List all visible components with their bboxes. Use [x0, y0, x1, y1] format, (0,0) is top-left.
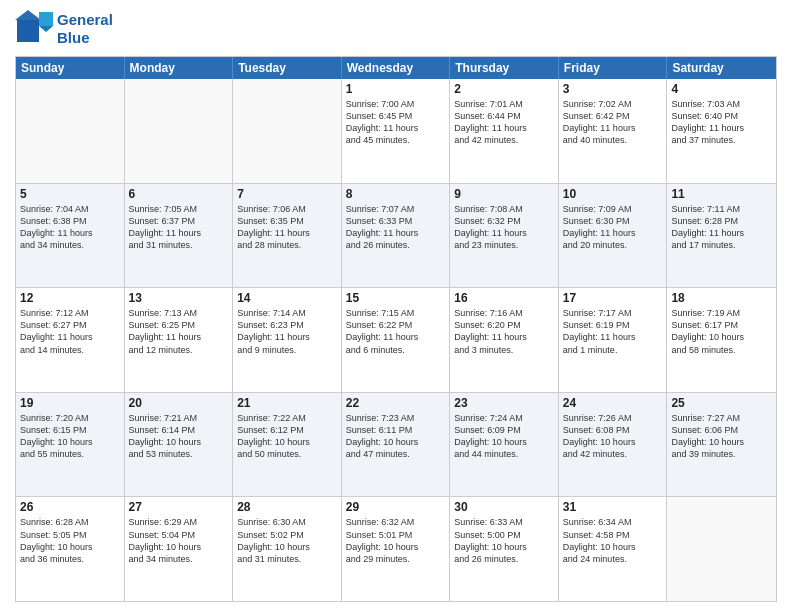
cell-day-number: 19	[20, 396, 120, 410]
cell-info: Sunrise: 7:03 AM Sunset: 6:40 PM Dayligh…	[671, 98, 772, 147]
calendar-cell: 20Sunrise: 7:21 AM Sunset: 6:14 PM Dayli…	[125, 393, 234, 497]
cell-day-number: 23	[454, 396, 554, 410]
calendar-cell: 7Sunrise: 7:06 AM Sunset: 6:35 PM Daylig…	[233, 184, 342, 288]
calendar-cell: 10Sunrise: 7:09 AM Sunset: 6:30 PM Dayli…	[559, 184, 668, 288]
cell-info: Sunrise: 7:05 AM Sunset: 6:37 PM Dayligh…	[129, 203, 229, 252]
calendar-cell: 8Sunrise: 7:07 AM Sunset: 6:33 PM Daylig…	[342, 184, 451, 288]
cell-info: Sunrise: 7:09 AM Sunset: 6:30 PM Dayligh…	[563, 203, 663, 252]
weeks: 1Sunrise: 7:00 AM Sunset: 6:45 PM Daylig…	[16, 79, 776, 601]
calendar-cell: 1Sunrise: 7:00 AM Sunset: 6:45 PM Daylig…	[342, 79, 451, 183]
cell-info: Sunrise: 7:21 AM Sunset: 6:14 PM Dayligh…	[129, 412, 229, 461]
cell-day-number: 20	[129, 396, 229, 410]
cell-day-number: 3	[563, 82, 663, 96]
cell-day-number: 28	[237, 500, 337, 514]
calendar-cell: 19Sunrise: 7:20 AM Sunset: 6:15 PM Dayli…	[16, 393, 125, 497]
cell-info: Sunrise: 7:16 AM Sunset: 6:20 PM Dayligh…	[454, 307, 554, 356]
calendar-cell: 29Sunrise: 6:32 AM Sunset: 5:01 PM Dayli…	[342, 497, 451, 601]
cell-info: Sunrise: 7:23 AM Sunset: 6:11 PM Dayligh…	[346, 412, 446, 461]
cell-day-number: 30	[454, 500, 554, 514]
day-header: Wednesday	[342, 57, 451, 79]
cell-day-number: 25	[671, 396, 772, 410]
day-header: Monday	[125, 57, 234, 79]
cell-day-number: 31	[563, 500, 663, 514]
cell-info: Sunrise: 7:22 AM Sunset: 6:12 PM Dayligh…	[237, 412, 337, 461]
cell-day-number: 9	[454, 187, 554, 201]
cell-info: Sunrise: 7:12 AM Sunset: 6:27 PM Dayligh…	[20, 307, 120, 356]
calendar-cell: 30Sunrise: 6:33 AM Sunset: 5:00 PM Dayli…	[450, 497, 559, 601]
cell-day-number: 6	[129, 187, 229, 201]
header: GeneralBlue	[15, 10, 777, 48]
page: GeneralBlue SundayMondayTuesdayWednesday…	[0, 0, 792, 612]
day-header: Saturday	[667, 57, 776, 79]
calendar-cell	[667, 497, 776, 601]
cell-info: Sunrise: 7:19 AM Sunset: 6:17 PM Dayligh…	[671, 307, 772, 356]
cell-day-number: 8	[346, 187, 446, 201]
cell-info: Sunrise: 6:32 AM Sunset: 5:01 PM Dayligh…	[346, 516, 446, 565]
cell-day-number: 15	[346, 291, 446, 305]
cell-day-number: 18	[671, 291, 772, 305]
cell-day-number: 17	[563, 291, 663, 305]
calendar-cell: 28Sunrise: 6:30 AM Sunset: 5:02 PM Dayli…	[233, 497, 342, 601]
cell-info: Sunrise: 6:29 AM Sunset: 5:04 PM Dayligh…	[129, 516, 229, 565]
cell-day-number: 5	[20, 187, 120, 201]
week-row: 19Sunrise: 7:20 AM Sunset: 6:15 PM Dayli…	[16, 392, 776, 497]
day-header: Thursday	[450, 57, 559, 79]
week-row: 1Sunrise: 7:00 AM Sunset: 6:45 PM Daylig…	[16, 79, 776, 183]
calendar-cell: 13Sunrise: 7:13 AM Sunset: 6:25 PM Dayli…	[125, 288, 234, 392]
cell-day-number: 16	[454, 291, 554, 305]
logo-svg	[15, 10, 53, 48]
cell-info: Sunrise: 7:00 AM Sunset: 6:45 PM Dayligh…	[346, 98, 446, 147]
cell-info: Sunrise: 7:11 AM Sunset: 6:28 PM Dayligh…	[671, 203, 772, 252]
calendar-cell: 27Sunrise: 6:29 AM Sunset: 5:04 PM Dayli…	[125, 497, 234, 601]
day-header: Tuesday	[233, 57, 342, 79]
cell-info: Sunrise: 6:28 AM Sunset: 5:05 PM Dayligh…	[20, 516, 120, 565]
day-header: Sunday	[16, 57, 125, 79]
cell-day-number: 29	[346, 500, 446, 514]
logo-blue: Blue	[57, 29, 113, 47]
calendar-cell	[16, 79, 125, 183]
svg-marker-1	[15, 10, 41, 20]
cell-day-number: 14	[237, 291, 337, 305]
cell-info: Sunrise: 7:08 AM Sunset: 6:32 PM Dayligh…	[454, 203, 554, 252]
calendar-cell: 15Sunrise: 7:15 AM Sunset: 6:22 PM Dayli…	[342, 288, 451, 392]
cell-day-number: 27	[129, 500, 229, 514]
calendar-cell: 22Sunrise: 7:23 AM Sunset: 6:11 PM Dayli…	[342, 393, 451, 497]
cell-day-number: 26	[20, 500, 120, 514]
cell-info: Sunrise: 7:24 AM Sunset: 6:09 PM Dayligh…	[454, 412, 554, 461]
week-row: 5Sunrise: 7:04 AM Sunset: 6:38 PM Daylig…	[16, 183, 776, 288]
svg-marker-3	[39, 26, 53, 32]
cell-info: Sunrise: 7:02 AM Sunset: 6:42 PM Dayligh…	[563, 98, 663, 147]
logo: GeneralBlue	[15, 10, 113, 48]
cell-info: Sunrise: 7:01 AM Sunset: 6:44 PM Dayligh…	[454, 98, 554, 147]
day-headers: SundayMondayTuesdayWednesdayThursdayFrid…	[16, 57, 776, 79]
cell-info: Sunrise: 7:07 AM Sunset: 6:33 PM Dayligh…	[346, 203, 446, 252]
cell-info: Sunrise: 7:17 AM Sunset: 6:19 PM Dayligh…	[563, 307, 663, 356]
cell-day-number: 24	[563, 396, 663, 410]
logo-text-block: GeneralBlue	[57, 11, 113, 47]
cell-info: Sunrise: 7:27 AM Sunset: 6:06 PM Dayligh…	[671, 412, 772, 461]
svg-marker-2	[39, 12, 53, 26]
cell-info: Sunrise: 7:15 AM Sunset: 6:22 PM Dayligh…	[346, 307, 446, 356]
week-row: 26Sunrise: 6:28 AM Sunset: 5:05 PM Dayli…	[16, 496, 776, 601]
cell-info: Sunrise: 7:26 AM Sunset: 6:08 PM Dayligh…	[563, 412, 663, 461]
cell-day-number: 7	[237, 187, 337, 201]
calendar-cell: 3Sunrise: 7:02 AM Sunset: 6:42 PM Daylig…	[559, 79, 668, 183]
cell-day-number: 13	[129, 291, 229, 305]
day-header: Friday	[559, 57, 668, 79]
calendar-cell: 21Sunrise: 7:22 AM Sunset: 6:12 PM Dayli…	[233, 393, 342, 497]
cell-info: Sunrise: 6:34 AM Sunset: 4:58 PM Dayligh…	[563, 516, 663, 565]
cell-day-number: 1	[346, 82, 446, 96]
cell-day-number: 21	[237, 396, 337, 410]
calendar-cell	[125, 79, 234, 183]
calendar-cell: 5Sunrise: 7:04 AM Sunset: 6:38 PM Daylig…	[16, 184, 125, 288]
calendar-cell: 16Sunrise: 7:16 AM Sunset: 6:20 PM Dayli…	[450, 288, 559, 392]
cell-day-number: 11	[671, 187, 772, 201]
calendar-cell: 9Sunrise: 7:08 AM Sunset: 6:32 PM Daylig…	[450, 184, 559, 288]
calendar-cell: 18Sunrise: 7:19 AM Sunset: 6:17 PM Dayli…	[667, 288, 776, 392]
calendar-cell: 12Sunrise: 7:12 AM Sunset: 6:27 PM Dayli…	[16, 288, 125, 392]
cell-info: Sunrise: 7:06 AM Sunset: 6:35 PM Dayligh…	[237, 203, 337, 252]
calendar-cell: 11Sunrise: 7:11 AM Sunset: 6:28 PM Dayli…	[667, 184, 776, 288]
cell-info: Sunrise: 6:33 AM Sunset: 5:00 PM Dayligh…	[454, 516, 554, 565]
week-row: 12Sunrise: 7:12 AM Sunset: 6:27 PM Dayli…	[16, 287, 776, 392]
cell-day-number: 2	[454, 82, 554, 96]
